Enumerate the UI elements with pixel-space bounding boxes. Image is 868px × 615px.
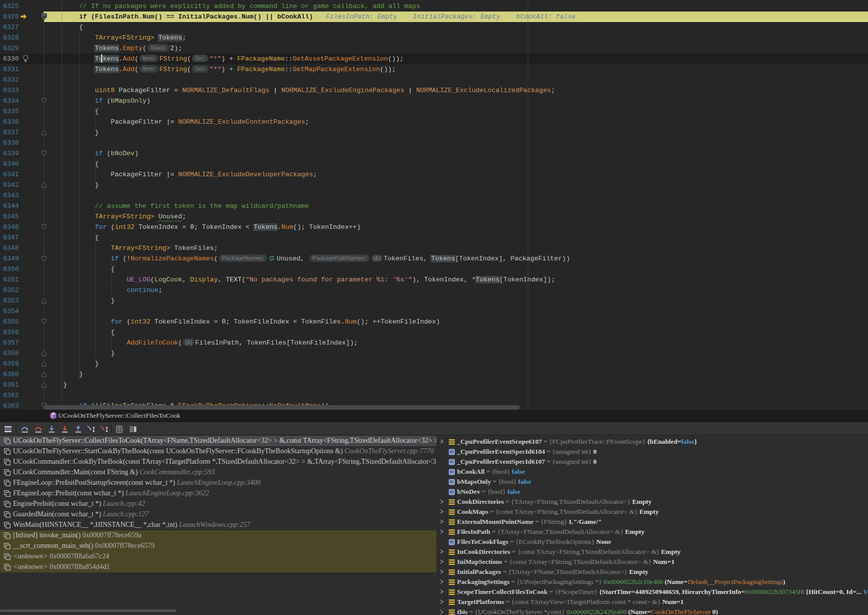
svg-text:01: 01 [450, 470, 454, 474]
svg-text:01: 01 [450, 480, 454, 484]
svg-text:01: 01 [450, 490, 454, 494]
svg-text:01: 01 [450, 450, 454, 454]
svg-text:01: 01 [450, 460, 454, 464]
svg-text:01: 01 [450, 540, 454, 544]
